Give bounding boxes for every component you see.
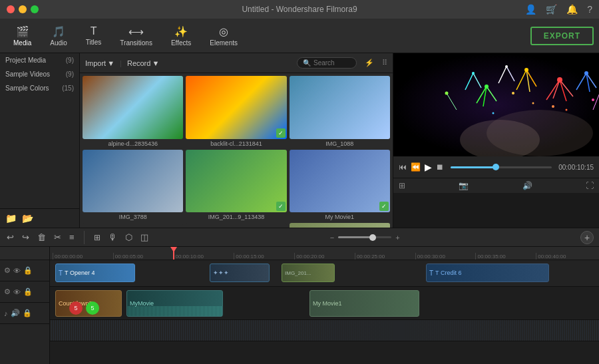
step-back-icon[interactable]: ⏪: [411, 162, 421, 172]
timeline-zoom: − +: [330, 234, 400, 242]
clip-opener4[interactable]: T T Opener 4: [55, 264, 135, 282]
list-item[interactable]: ✓ IMG_201...9_113438: [186, 150, 286, 221]
record-chevron-icon: ▼: [152, 59, 159, 67]
detach-audio-button[interactable]: 🎙: [107, 231, 118, 244]
playhead[interactable]: [173, 247, 174, 260]
clip-particles[interactable]: ✦✦✦: [210, 264, 270, 282]
toolbar-audio[interactable]: 🎵 Audio: [42, 23, 75, 49]
title-icon: T: [59, 270, 63, 277]
export-button[interactable]: EXPORT: [530, 27, 594, 45]
fireworks-svg: [393, 53, 599, 156]
track2-eye-icon[interactable]: 👁: [13, 288, 21, 296]
pip-icon[interactable]: ⊞: [399, 181, 405, 190]
skip-back-icon[interactable]: ⏮: [399, 162, 407, 172]
maximize-button[interactable]: [31, 5, 39, 13]
minimize-button[interactable]: [19, 5, 27, 13]
progress-fill: [451, 166, 496, 168]
add-track-button[interactable]: ⊞: [93, 232, 102, 244]
svg-point-2: [487, 110, 593, 156]
account-icon[interactable]: 👤: [525, 4, 536, 15]
sidebar-item-sample-colors[interactable]: Sample Colors (15): [0, 81, 79, 95]
search-icon: 🔍: [303, 59, 311, 67]
record-button[interactable]: Record ▼: [127, 59, 159, 67]
add-media-button[interactable]: +: [580, 231, 594, 244]
clip-mymovie1[interactable]: My Movie1: [309, 290, 419, 317]
color-match-button[interactable]: ◫: [139, 231, 150, 244]
list-item[interactable]: ✓ backlit-cl...2131841: [186, 76, 286, 147]
fullscreen-icon[interactable]: ⛶: [586, 181, 594, 190]
grid-view-icon[interactable]: ⠿: [382, 59, 387, 67]
search-box: 🔍: [297, 57, 357, 69]
titles-icon: T: [91, 25, 97, 37]
close-button[interactable]: [7, 5, 15, 13]
track-row-1: T T Opener 4 ✦✦✦ IMG_201... T T Credit 6: [50, 260, 599, 287]
checked-indicator: ✓: [276, 202, 286, 211]
list-item[interactable]: IMG_3788: [83, 150, 183, 221]
import-folder-icon[interactable]: 📁: [5, 213, 17, 224]
clip-mymovie2[interactable]: MyMovie: [126, 290, 223, 317]
clip-label: My Movie1: [313, 300, 342, 307]
countdown-badge2: 5: [86, 301, 99, 315]
play-icon[interactable]: ▶: [425, 162, 432, 172]
undo-button[interactable]: ↩: [5, 231, 15, 244]
track1-settings-icon[interactable]: ⚙: [4, 266, 11, 275]
svg-point-7: [557, 77, 562, 83]
svg-point-15: [485, 85, 489, 89]
preview-panel: ⏮ ⏪ ▶ ⏹ 00:00:10:15 ⊞ 📷 🔊 ⛶: [393, 53, 599, 228]
track1-lock-icon[interactable]: 🔒: [23, 266, 33, 275]
clip-credit6[interactable]: T T Credit 6: [426, 264, 549, 282]
timeline-side: ⚙ 👁 🔒 ⚙ 👁 🔒 ♪ 🔊 🔒: [0, 247, 50, 364]
svg-point-29: [512, 92, 514, 94]
list-item[interactable]: ▶ My Movie2: [83, 223, 183, 228]
zoom-slider[interactable]: [338, 236, 391, 238]
notification-icon[interactable]: 🔔: [566, 4, 578, 15]
delete-button[interactable]: 🗑: [36, 231, 47, 244]
track2-controls: ⚙ 👁 🔒: [0, 281, 49, 303]
toolbar-transitions[interactable]: ⟷ Transitions: [112, 23, 160, 49]
zoom-out-icon[interactable]: −: [330, 234, 334, 242]
track3-speaker-icon[interactable]: 🔊: [11, 309, 20, 317]
preview-progress[interactable]: [451, 166, 552, 168]
cart-icon[interactable]: 🛒: [546, 4, 557, 15]
track3-lock-icon[interactable]: 🔒: [23, 309, 32, 317]
redo-button[interactable]: ↪: [21, 231, 31, 244]
stop-icon[interactable]: ⏹: [436, 162, 444, 172]
clip-properties-button[interactable]: ≡: [68, 231, 76, 244]
checked-indicator: ✓: [379, 202, 389, 211]
import-button[interactable]: Import ▼: [85, 59, 114, 67]
track2-lock-icon[interactable]: 🔒: [23, 287, 33, 296]
audio-icon: 🎵: [52, 25, 65, 38]
new-folder-icon[interactable]: 📂: [22, 213, 33, 224]
titlebar: Untitled - Wondershare Filmora9 👤 🛒 🔔 ?: [0, 0, 599, 19]
left-panel-footer: 📁 📂: [0, 208, 79, 228]
svg-point-34: [445, 92, 449, 95]
search-input[interactable]: [313, 59, 353, 67]
sidebar-item-project-media[interactable]: Project Media (9): [0, 53, 79, 67]
list-item[interactable]: alpine-d...2835436: [83, 76, 183, 147]
track1-eye-icon[interactable]: 👁: [13, 267, 21, 275]
list-item[interactable]: ▶ ✓ My Movie3: [186, 223, 286, 228]
list-item[interactable]: wild migr...ry goose: [290, 223, 390, 228]
volume-icon[interactable]: 🔊: [522, 181, 532, 190]
screenshot-icon[interactable]: 📷: [459, 181, 469, 190]
track3-music-icon[interactable]: ♪: [4, 309, 8, 317]
toolbar-effects[interactable]: ✨ Effects: [163, 23, 199, 49]
svg-point-11: [524, 68, 528, 72]
clip-img[interactable]: IMG_201...: [282, 264, 335, 282]
sidebar-item-sample-videos[interactable]: Sample Videos (9): [0, 67, 79, 81]
toolbar-media[interactable]: 🎬 Media: [5, 23, 39, 49]
list-item[interactable]: ✓ My Movie1: [290, 150, 390, 221]
zoom-in-icon[interactable]: +: [395, 234, 399, 242]
cut-button[interactable]: ✂: [53, 231, 63, 244]
toolbar-elements[interactable]: ◎ Elements: [202, 23, 246, 49]
clip-countdown3[interactable]: Countdown3 5 5: [55, 290, 122, 317]
toolbar-titles[interactable]: T Titles: [78, 23, 110, 49]
media-icon: 🎬: [16, 25, 29, 38]
help-icon[interactable]: ?: [587, 4, 592, 15]
list-item[interactable]: IMG_1088: [290, 76, 390, 147]
svg-point-28: [566, 109, 568, 111]
filter-icon[interactable]: ⚡: [365, 59, 374, 67]
track2-settings-icon[interactable]: ⚙: [4, 287, 11, 296]
ruler-mark: 00:00:40:00: [536, 253, 596, 260]
mix-audio-button[interactable]: ⬡: [124, 231, 134, 244]
